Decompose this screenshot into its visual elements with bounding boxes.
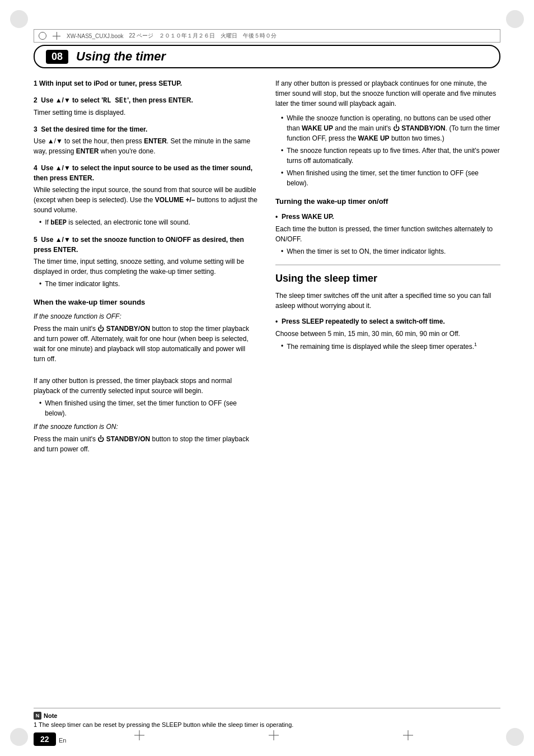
sleep-press-body: Choose between 5 min, 15 min, 30 min, 60… <box>275 329 500 339</box>
when-wakeup-section: When the wake-up timer sounds If the sno… <box>34 297 259 454</box>
sleep-press-block: • Press SLEEP repeatedly to select a swi… <box>275 316 500 352</box>
step-5: 5 Use ▲/▼ to set the snooze function to … <box>34 235 259 289</box>
step-3: 3 Set the desired time for the timer. Us… <box>34 124 259 156</box>
sleep-remaining-bullet: The remaining time is displayed while th… <box>281 341 500 352</box>
right-intro: If any other button is pressed or playba… <box>275 78 500 109</box>
corner-decoration-tr <box>506 10 524 28</box>
note-icon: N <box>34 712 41 720</box>
bottom-crosshair-3 <box>403 730 413 742</box>
chapter-number: 08 <box>46 50 68 64</box>
page-number: 22 <box>34 732 56 746</box>
step-1-title: 1 With input set to iPod or tuner, press… <box>34 78 259 88</box>
step-5-body: The timer time, input setting, snooze se… <box>34 256 259 277</box>
snooze-on-body: Press the main unit's ⏻ STANDBY/ON butto… <box>34 434 259 454</box>
right-bullet-2: The snooze function repeats up to five t… <box>281 146 500 166</box>
meta-page: 22 ページ <box>129 32 154 40</box>
chapter-title: Using the timer <box>76 49 166 64</box>
step-4-bullet: If bEEP is selected, an electronic tone … <box>39 217 259 228</box>
step-1: 1 With input set to iPod or tuner, press… <box>34 78 259 88</box>
snooze-off-label: If the snooze function is OFF: <box>34 311 259 321</box>
when-wakeup-heading: When the wake-up timer sounds <box>34 297 259 308</box>
step-3-body: Use ▲/▼ to set the hour, then press ENTE… <box>34 136 259 156</box>
right-bullet-1: While the snooze function is operating, … <box>281 113 500 143</box>
turning-wakeup-body: Each time the button is pressed, the tim… <box>275 224 500 244</box>
meta-day: 火曜日 <box>221 32 237 40</box>
meta-date: ２０１０年１月２６日 <box>159 32 215 40</box>
snooze-off-bullet: When finished using the timer, set the t… <box>39 398 259 418</box>
snooze-off-body2: If any other button is pressed, the time… <box>34 376 259 396</box>
note-label: N Note <box>34 712 500 720</box>
step-2-title: 2 Use ▲/▼ to select 'RL SEt', then press… <box>34 95 259 106</box>
corner-decoration-tl <box>10 10 28 28</box>
right-column: If any other button is pressed or playba… <box>275 78 500 711</box>
step-2-body: Timer setting time is displayed. <box>34 108 259 118</box>
turning-wakeup-heading: Turning the wake-up timer on/off <box>275 196 500 207</box>
step-4: 4 Use ▲/▼ to select the input source to … <box>34 163 259 228</box>
step-4-body: While selecting the input source, the so… <box>34 185 259 215</box>
bottom-crosshair-1 <box>134 730 144 742</box>
step-3-title: 3 Set the desired time for the timer. <box>34 124 259 134</box>
crosshair-icon <box>52 31 61 40</box>
note-bar: N Note 1 The sleep timer can be reset by… <box>34 708 500 728</box>
sleep-press-heading: • Press SLEEP repeatedly to select a swi… <box>275 316 500 326</box>
snooze-on-label: If the snooze function is ON: <box>34 422 259 432</box>
step-4-title: 4 Use ▲/▼ to select the input source to … <box>34 163 259 183</box>
circle-icon <box>39 32 46 40</box>
sleep-timer-title: Using the sleep timer <box>275 271 500 286</box>
turning-wakeup-subheading: • Press WAKE UP. <box>275 212 500 222</box>
corner-decoration-br <box>506 728 524 746</box>
page-lang: En <box>59 737 66 744</box>
left-column: 1 With input set to iPod or tuner, press… <box>34 78 259 711</box>
corner-decoration-bl <box>10 728 28 746</box>
chapter-header: 08 Using the timer <box>34 45 500 68</box>
bottom-crosshair-2 <box>269 730 279 742</box>
step-2: 2 Use ▲/▼ to select 'RL SEt', then press… <box>34 95 259 118</box>
snooze-off-body1: Press the main unit's ⏻ STANDBY/ON butto… <box>34 324 259 364</box>
turning-wakeup-section: Turning the wake-up timer on/off • Press… <box>275 196 500 256</box>
meta-bar: XW-NAS5_CUXJ.book 22 ページ ２０１０年１月２６日 火曜日 … <box>34 29 500 43</box>
meta-time: 午後５時０分 <box>243 32 277 40</box>
turning-wakeup-bullet: When the timer is set to ON, the timer i… <box>281 246 500 256</box>
step-5-title: 5 Use ▲/▼ to set the snooze function to … <box>34 235 259 255</box>
sleep-timer-intro: The sleep timer switches off the unit af… <box>275 291 500 311</box>
meta-text: XW-NAS5_CUXJ.book <box>67 33 124 39</box>
step-5-bullet: The timer indicator lights. <box>39 279 259 289</box>
right-bullet-3: When finished using the timer, set the t… <box>281 168 500 188</box>
sleep-timer-section: Using the sleep timer The sleep timer sw… <box>275 264 500 352</box>
note-footnote: 1 The sleep timer can be reset by pressi… <box>34 721 293 728</box>
content-area: 1 With input set to iPod or tuner, press… <box>34 78 500 711</box>
